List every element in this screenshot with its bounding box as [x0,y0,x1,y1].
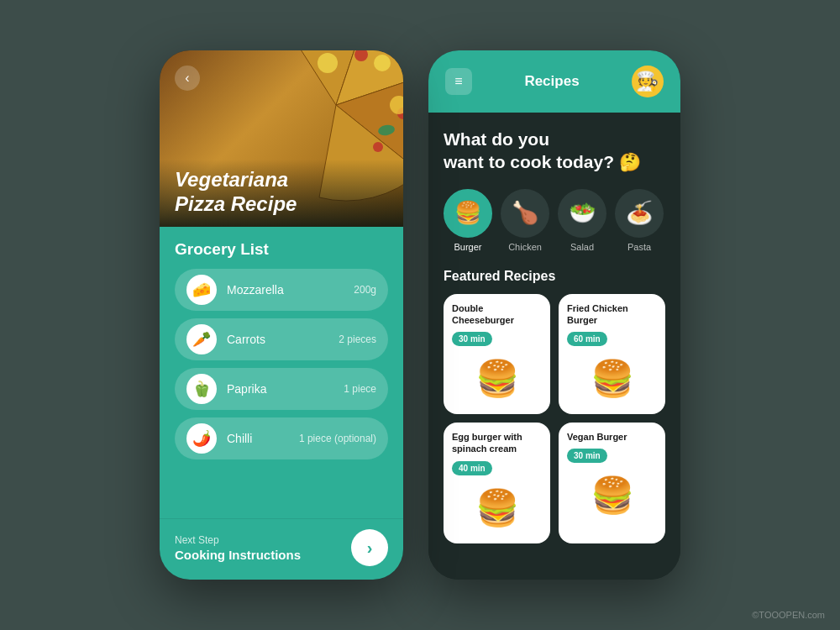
recipe-card-double-cheeseburger[interactable]: DoubleCheeseburger 30 min 🍔 [444,294,550,415]
recipe-time-badge-0: 30 min [452,332,492,346]
item-qty-paprika: 1 piece [344,383,376,395]
item-qty-chilli: 1 piece (optional) [299,433,376,444]
category-label-burger: Burger [454,242,481,252]
pizza-title: Vegetariana Pizza Recipe [175,168,297,217]
category-icon-salad: 🥗 [558,189,606,238]
item-icon-paprika: 🫑 [186,374,217,404]
recipe-card-vegan-burger[interactable]: Vegan Burger 30 min 🍔 [559,423,665,543]
recipe-time-badge-2: 40 min [452,461,492,475]
category-pasta[interactable]: 🍝 Pasta [615,189,664,252]
svg-point-3 [373,142,383,152]
category-icon-pasta: 🍝 [615,189,664,238]
category-chicken[interactable]: 🍗 Chicken [501,189,549,252]
recipe-name-vegan-burger: Vegan Burger [567,431,657,443]
recipe-image-1: 🍔 [567,351,657,406]
item-qty-mozzarella: 200g [354,284,376,296]
watermark: ©TOOOPEN.com [752,610,825,620]
item-icon-mozzarella: 🧀 [186,275,217,305]
next-step-label: Next Step [175,534,301,546]
item-name-chilli: Chilli [227,432,299,445]
recipe-image-0: 🍔 [452,351,542,406]
item-icon-chilli: 🌶️ [186,423,217,454]
categories-row: 🍔 Burger 🍗 Chicken 🥗 Salad 🍝 Pasta [444,189,665,252]
category-label-salad: Salad [570,242,594,252]
grocery-item-mozzarella: 🧀 Mozzarella 200g [175,269,388,311]
chevron-right-icon: › [367,538,373,558]
category-icon-burger: 🍔 [444,189,492,238]
grocery-item-carrots: 🥕 Carrots 2 pieces [175,318,388,360]
hamburger-menu-button[interactable]: ≡ [445,68,472,95]
left-phone: ‹ Vegetariana Pizza Recipe Grocery List … [160,50,403,580]
recipe-image-2: 🍔 [452,480,542,535]
avatar[interactable]: 🧑‍🍳 [632,66,664,97]
recipe-time-badge-3: 30 min [567,449,607,463]
grocery-title: Grocery List [175,240,388,259]
recipe-card-fried-chicken[interactable]: Fried ChickenBurger 60 min 🍔 [559,294,665,415]
pizza-image-area: ‹ Vegetariana Pizza Recipe [160,50,403,227]
right-phone: ≡ Recipes 🧑‍🍳 What do youwant to cook to… [428,50,680,580]
grocery-item-chilli: 🌶️ Chilli 1 piece (optional) [175,417,388,459]
hamburger-icon: ≡ [454,74,462,89]
category-label-chicken: Chicken [508,242,542,252]
item-name-carrots: Carrots [227,333,339,346]
phone-header: ≡ Recipes 🧑‍🍳 [428,50,680,113]
category-label-pasta: Pasta [627,242,651,252]
phone-content: What do youwant to cook today? 🤔 🍔 Burge… [428,113,680,580]
item-name-mozzarella: Mozzarella [227,283,354,297]
recipe-image-3: 🍔 [567,468,657,522]
cooking-instructions-label: Cooking Instructions [175,548,301,562]
svg-point-7 [318,53,338,73]
recipe-name-double-cheeseburger: DoubleCheeseburger [452,302,542,327]
category-burger[interactable]: 🍔 Burger [444,189,492,252]
category-salad[interactable]: 🥗 Salad [558,189,606,252]
item-name-paprika: Paprika [227,382,344,396]
recipe-card-egg-burger[interactable]: Egg burger withspinach cream 40 min 🍔 [444,423,550,543]
featured-title: Featured Recipes [444,269,665,284]
next-step-button[interactable]: › [351,529,388,566]
next-step-text-group: Next Step Cooking Instructions [175,534,301,562]
recipes-grid: DoubleCheeseburger 30 min 🍔 Fried Chicke… [444,294,665,543]
item-icon-carrots: 🥕 [186,324,217,354]
main-question: What do youwant to cook today? 🤔 [444,128,665,174]
grocery-section: Grocery List 🧀 Mozzarella 200g 🥕 Carrots… [160,227,403,518]
next-step-bar: Next Step Cooking Instructions › [160,518,403,580]
item-qty-carrots: 2 pieces [339,333,376,345]
back-button[interactable]: ‹ [175,66,200,91]
recipe-name-egg-burger: Egg burger withspinach cream [452,431,542,455]
recipe-name-fried-chicken: Fried ChickenBurger [567,302,657,327]
grocery-item-paprika: 🫑 Paprika 1 piece [175,368,388,410]
category-icon-chicken: 🍗 [501,189,549,238]
header-title: Recipes [524,73,579,90]
svg-point-8 [374,55,391,71]
recipe-time-badge-1: 60 min [567,332,607,346]
